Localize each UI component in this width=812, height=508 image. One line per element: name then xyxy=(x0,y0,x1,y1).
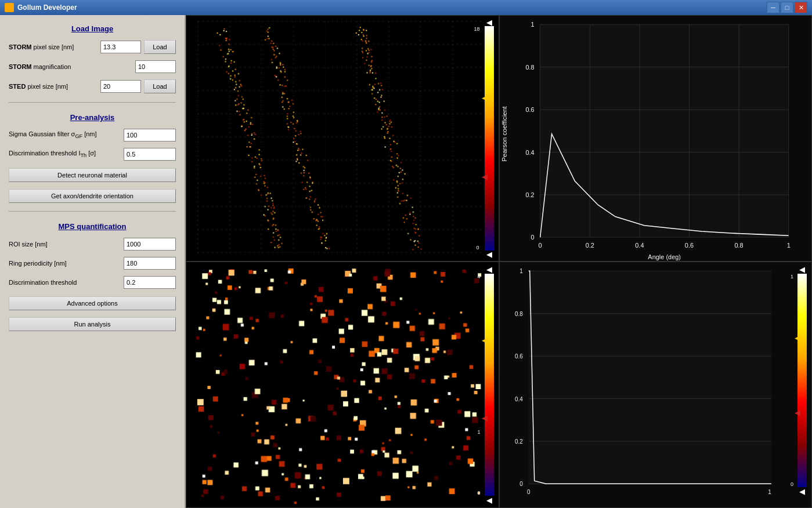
bottom-arrow-storm: ◀ xyxy=(483,251,496,258)
storm-pixel-row: STORM pixel size [nm] Load xyxy=(9,40,176,54)
sted-canvas xyxy=(186,262,499,507)
discrimination-label: Discrimination threshold xyxy=(9,279,124,286)
svg-text:0.6: 0.6 xyxy=(525,106,534,113)
disc-thresh-input[interactable] xyxy=(124,148,176,161)
close-button[interactable]: ✕ xyxy=(795,2,807,13)
sigma-row: Sigma Gaussian filter σGF [nm] xyxy=(9,129,176,141)
orientation-button[interactable]: Get axon/dendrite orientation xyxy=(9,189,176,203)
window-controls: ─ □ ✕ xyxy=(767,2,807,13)
main-container: Load Image STORM pixel size [nm] Load ST… xyxy=(0,15,812,508)
svg-text:Angle (deg): Angle (deg) xyxy=(648,253,681,260)
svg-text:0.6: 0.6 xyxy=(514,353,522,360)
bottom-arrow-sted: ◀ xyxy=(483,496,496,505)
minimize-button[interactable]: ─ xyxy=(767,2,779,13)
svg-rect-1 xyxy=(540,24,788,237)
sted-top-val: 4 xyxy=(478,274,481,280)
svg-text:0.8: 0.8 xyxy=(525,64,534,71)
discrimination-input[interactable] xyxy=(124,276,176,289)
hist-bottom-val: 0 xyxy=(791,481,793,487)
pearson-svg: 0 0.2 0.4 0.6 0.8 1 0 0.2 0.4 0.6 0.8 1 … xyxy=(500,16,812,261)
sigma-label: Sigma Gaussian filter σGF [nm] xyxy=(9,130,124,139)
storm-magnification-input[interactable] xyxy=(135,60,176,73)
roi-size-input[interactable] xyxy=(124,238,176,251)
pearson-chart-quadrant: 0 0.2 0.4 0.6 0.8 1 0 0.2 0.4 0.6 0.8 1 … xyxy=(499,15,813,262)
colorbar-top-val: 18 xyxy=(474,26,480,32)
titlebar: Gollum Developer ─ □ ✕ xyxy=(0,0,812,15)
svg-text:1: 1 xyxy=(519,268,523,274)
sted-bottom-val: 0 xyxy=(478,490,481,496)
red-arrow-storm: ◀ xyxy=(482,172,488,181)
discrimination-row: Discrimination threshold xyxy=(9,276,176,289)
ring-periodicity-label: Ring periodicity [nm] xyxy=(9,260,124,267)
svg-text:0.6: 0.6 xyxy=(684,241,693,248)
svg-text:0.4: 0.4 xyxy=(635,241,644,248)
svg-text:0.2: 0.2 xyxy=(585,241,594,248)
storm-pixel-input[interactable] xyxy=(100,41,141,53)
svg-text:0: 0 xyxy=(519,481,523,487)
storm-magnification-label: STORM magnification xyxy=(9,63,135,70)
yellow-arrow-sted: ◀ xyxy=(482,336,488,344)
storm-magnification-row: STORM magnification xyxy=(9,60,176,73)
detect-button[interactable]: Detect neuronal material xyxy=(9,168,176,182)
sted-pixel-row: STED pixel size [nm] Load xyxy=(9,79,176,93)
yellow-arrow-storm: ◀ xyxy=(482,93,488,102)
top-arrow-sted: ◀ xyxy=(483,265,496,274)
svg-text:1: 1 xyxy=(530,21,534,28)
storm-pixel-label: STORM pixel size [nm] xyxy=(9,43,100,50)
sted-mid-val: 1 xyxy=(478,429,481,435)
top-arrow-storm: ◀ xyxy=(483,19,496,26)
svg-text:0: 0 xyxy=(538,241,542,248)
pre-analysis-title: Pre-analysis xyxy=(9,113,176,122)
svg-text:0: 0 xyxy=(530,234,534,241)
app-title: Gollum Developer xyxy=(17,3,77,12)
svg-text:0.8: 0.8 xyxy=(514,311,522,317)
colorbar-hist-container: ◀ 1 ◀ ◀ 0 ◀ xyxy=(796,265,809,496)
colorbar-storm: 18 ◀ ◀ 0 xyxy=(485,26,494,251)
advanced-options-button[interactable]: Advanced options xyxy=(9,296,176,310)
histogram-quadrant: 0 0.2 0.4 0.6 0.8 1 0 1 ◀ xyxy=(499,262,813,508)
bottom-arrow-hist: ◀ xyxy=(796,487,809,496)
app-icon xyxy=(5,3,14,12)
storm-canvas xyxy=(186,16,499,261)
sted-image-quadrant: ◀ 4 ◀ ◀ 1 0 ◀ xyxy=(186,262,499,508)
sted-pixel-label: STED pixel size [nm] xyxy=(9,83,100,90)
red-arrow-sted: ◀ xyxy=(482,413,488,422)
svg-text:0.8: 0.8 xyxy=(734,241,743,248)
storm-image-quadrant: ◀ 18 ◀ ◀ 0 ◀ xyxy=(186,15,499,262)
sigma-input[interactable] xyxy=(124,129,176,141)
mps-title: MPS quantification xyxy=(9,222,176,231)
svg-text:0.2: 0.2 xyxy=(514,438,522,445)
maximize-button[interactable]: □ xyxy=(781,2,793,13)
ring-periodicity-row: Ring periodicity [nm] xyxy=(9,257,176,270)
left-panel: Load Image STORM pixel size [nm] Load ST… xyxy=(0,15,186,508)
run-analysis-button[interactable]: Run analysis xyxy=(9,317,176,331)
ring-periodicity-input[interactable] xyxy=(124,257,176,270)
sted-pixel-input[interactable] xyxy=(100,80,141,93)
roi-size-row: ROI size [nm] xyxy=(9,238,176,251)
histogram-svg: 0 0.2 0.4 0.6 0.8 1 0 1 xyxy=(500,262,812,507)
svg-text:0.2: 0.2 xyxy=(525,191,534,198)
storm-load-button[interactable]: Load xyxy=(144,40,176,54)
colorbar-bottom-val: 0 xyxy=(477,245,479,251)
svg-text:0.4: 0.4 xyxy=(525,148,534,155)
colorbar-sted-container: ◀ 4 ◀ ◀ 1 0 ◀ xyxy=(483,265,496,505)
svg-text:1: 1 xyxy=(768,488,771,495)
svg-text:0: 0 xyxy=(526,488,530,495)
roi-size-label: ROI size [nm] xyxy=(9,241,124,248)
hist-top-val: 1 xyxy=(791,274,793,280)
top-arrow-hist: ◀ xyxy=(796,265,809,274)
colorbar-hist: 1 ◀ ◀ 0 xyxy=(797,274,807,487)
sted-load-button[interactable]: Load xyxy=(144,79,176,93)
separator-1 xyxy=(9,102,176,103)
svg-text:0.4: 0.4 xyxy=(514,395,522,402)
yellow-arrow-hist: ◀ xyxy=(795,333,800,342)
right-panel: ◀ 18 ◀ ◀ 0 ◀ xyxy=(186,15,812,508)
separator-2 xyxy=(9,211,176,212)
svg-text:1: 1 xyxy=(786,241,790,248)
disc-thresh-row: Discrimination threshold ITh [σ] xyxy=(9,148,176,161)
svg-text:Pearson coefficient: Pearson coefficient xyxy=(501,106,508,161)
disc-thresh-label: Discrimination threshold ITh [σ] xyxy=(9,150,124,158)
red-arrow-hist: ◀ xyxy=(795,408,800,417)
colorbar-sted: 4 ◀ ◀ 1 0 xyxy=(485,274,494,496)
load-image-title: Load Image xyxy=(9,24,176,33)
